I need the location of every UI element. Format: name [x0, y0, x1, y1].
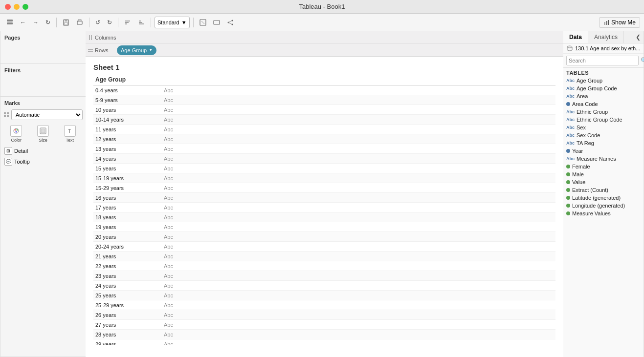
cell-abc: Abc: [162, 87, 191, 94]
search-icon[interactable]: 🔍: [641, 57, 644, 64]
field-item[interactable]: Value: [563, 178, 644, 186]
data-source-item[interactable]: 130.1 Age and sex by eth...: [563, 43, 644, 54]
close-button[interactable]: [5, 4, 11, 10]
marks-color-btn[interactable]: Color: [10, 125, 22, 143]
field-item[interactable]: AbcAge Group Code: [563, 84, 644, 92]
abc-type-icon: Abc: [566, 94, 575, 99]
field-item[interactable]: AbcSex Code: [563, 131, 644, 139]
field-item[interactable]: Extract (Count): [563, 186, 644, 194]
table-row[interactable]: 14 years Abc: [93, 154, 555, 164]
dot-blue-icon: [566, 149, 570, 153]
data-table[interactable]: Age Group 0-4 years Abc 5-9 years Abc 10…: [86, 74, 563, 345]
window-controls[interactable]: [5, 4, 28, 10]
table-row[interactable]: 21 years Abc: [93, 252, 555, 261]
marks-tooltip-row[interactable]: 💬 Tooltip: [0, 156, 86, 167]
toolbar-share-btn[interactable]: [224, 16, 236, 29]
cell-abc: Abc: [162, 312, 191, 318]
field-item[interactable]: Area Code: [563, 100, 644, 108]
marks-detail-row[interactable]: ⊞ Detail: [0, 146, 86, 156]
toolbar-data-btn[interactable]: [4, 16, 16, 29]
field-item[interactable]: Longitude (generated): [563, 202, 644, 210]
table-row[interactable]: 15-29 years Abc: [93, 183, 555, 193]
cell-age-group: 16 years: [93, 194, 162, 201]
field-item[interactable]: Year: [563, 147, 644, 155]
marks-detail-icon: ⊞: [4, 147, 12, 155]
marks-type-dropdown[interactable]: Automatic: [11, 109, 83, 120]
columns-icon: [88, 35, 93, 41]
field-item[interactable]: AbcTA Reg: [563, 139, 644, 147]
table-row[interactable]: 0-4 years Abc: [93, 85, 555, 95]
toolbar-refresh-btn[interactable]: ↻: [43, 16, 53, 29]
tab-analytics[interactable]: Analytics: [588, 31, 624, 43]
field-item[interactable]: AbcSex: [563, 124, 644, 131]
toolbar-sort-desc-btn[interactable]: [135, 16, 147, 29]
sep5: [193, 18, 194, 27]
toolbar-back-btn[interactable]: ←: [18, 16, 28, 29]
standard-selector[interactable]: Standard ▼: [155, 17, 190, 28]
search-input[interactable]: [566, 56, 639, 65]
tab-data[interactable]: Data: [563, 31, 588, 43]
table-row[interactable]: 27 years Abc: [93, 320, 555, 330]
cell-age-group: 13 years: [93, 146, 162, 152]
table-row[interactable]: 23 years Abc: [93, 271, 555, 281]
rows-pill-arrow-icon: ▼: [149, 48, 153, 52]
svg-rect-6: [78, 20, 81, 21]
table-row[interactable]: 24 years Abc: [93, 281, 555, 291]
table-row[interactable]: 15 years Abc: [93, 164, 555, 173]
table-row[interactable]: 15-19 years Abc: [93, 173, 555, 183]
toolbar-fit-btn[interactable]: [197, 16, 209, 29]
field-item[interactable]: Measure Values: [563, 210, 644, 217]
table-row[interactable]: 16 years Abc: [93, 193, 555, 203]
field-item[interactable]: Male: [563, 170, 644, 178]
table-row[interactable]: 11 years Abc: [93, 125, 555, 134]
toolbar-device-btn[interactable]: [211, 16, 222, 29]
maximize-button[interactable]: [22, 4, 28, 10]
table-row[interactable]: 17 years Abc: [93, 203, 555, 212]
field-item[interactable]: Latitude (generated): [563, 194, 644, 202]
table-row[interactable]: 20 years Abc: [93, 232, 555, 242]
field-item[interactable]: AbcAge Group: [563, 77, 644, 84]
field-item[interactable]: AbcMeasure Names: [563, 155, 644, 163]
toolbar-redo-btn[interactable]: ↻: [105, 16, 114, 29]
left-panel: Data Analytics ❮ 130.1 Age and sex by et…: [563, 31, 644, 357]
svg-rect-4: [65, 22, 67, 25]
toolbar-save-btn[interactable]: [60, 16, 72, 29]
toolbar-print-btn[interactable]: [74, 16, 86, 29]
table-row[interactable]: 5-9 years Abc: [93, 95, 555, 105]
table-row[interactable]: 25-29 years Abc: [93, 300, 555, 310]
toolbar-undo-btn[interactable]: ↺: [93, 16, 103, 29]
rows-pill-label: Age Group: [121, 47, 147, 53]
table-row[interactable]: 26 years Abc: [93, 310, 555, 320]
sep1: [56, 18, 57, 27]
table-row[interactable]: 19 years Abc: [93, 222, 555, 232]
rows-pill[interactable]: Age Group ▼: [117, 45, 156, 55]
minimize-button[interactable]: [14, 4, 20, 10]
table-row[interactable]: 22 years Abc: [93, 261, 555, 271]
table-row[interactable]: 13 years Abc: [93, 144, 555, 154]
field-item[interactable]: AbcEthnic Group Code: [563, 116, 644, 124]
collapse-panel-btn[interactable]: ❮: [633, 31, 644, 43]
marks-text-btn[interactable]: T Text: [64, 125, 76, 143]
show-me-button[interactable]: Show Me: [599, 17, 640, 28]
field-list: AbcAge GroupAbcAge Group CodeAbcAreaArea…: [563, 77, 644, 357]
toolbar-forward-btn[interactable]: →: [30, 16, 41, 29]
table-row[interactable]: 10 years Abc: [93, 105, 555, 115]
abc-type-icon: Abc: [566, 133, 575, 138]
marks-size-btn[interactable]: Size: [37, 125, 49, 143]
table-row[interactable]: 25 years Abc: [93, 291, 555, 300]
table-row[interactable]: 29 years Abc: [93, 339, 555, 345]
cell-abc: Abc: [162, 194, 191, 201]
abc-type-icon: Abc: [566, 125, 575, 130]
marks-type-selector[interactable]: Automatic: [0, 107, 86, 122]
table-row[interactable]: 12 years Abc: [93, 134, 555, 144]
field-item[interactable]: Female: [563, 163, 644, 170]
table-row[interactable]: 10-14 years Abc: [93, 115, 555, 125]
field-item[interactable]: AbcArea: [563, 92, 644, 100]
field-name: Extract (Count): [572, 187, 608, 193]
table-row[interactable]: 18 years Abc: [93, 212, 555, 222]
field-item[interactable]: AbcEthnic Group: [563, 108, 644, 116]
table-row[interactable]: 20-24 years Abc: [93, 242, 555, 252]
toolbar-sort-asc-btn[interactable]: [122, 16, 133, 29]
database-icon: [566, 45, 573, 52]
table-row[interactable]: 28 years Abc: [93, 330, 555, 339]
